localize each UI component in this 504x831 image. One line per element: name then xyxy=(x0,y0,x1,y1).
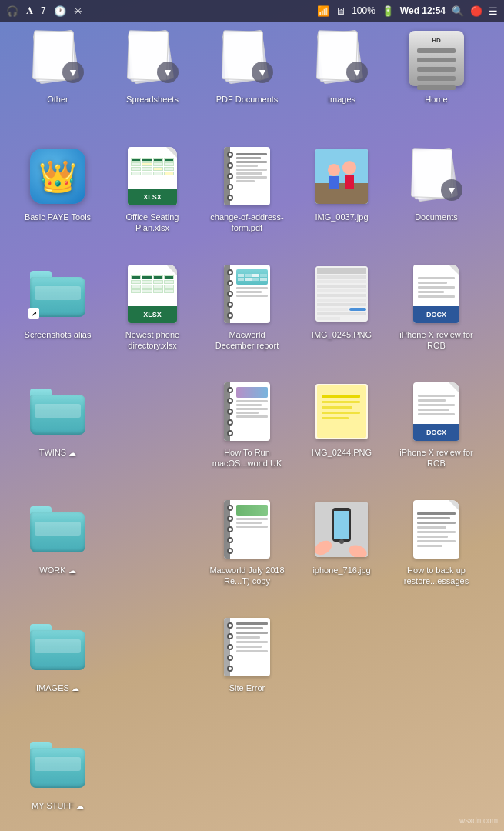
work-folder-icon xyxy=(30,506,85,552)
svg-rect-22 xyxy=(322,401,360,403)
img-0244[interactable]: IMG_0244.PNG xyxy=(299,381,384,458)
pdf-documents-folder-icon: ▼ xyxy=(219,31,275,86)
site-error-icon xyxy=(224,618,270,676)
crown-emoji: 👑 xyxy=(38,159,77,195)
my-stuff-cloud-icon: ☁ xyxy=(76,802,84,810)
spreadsheets-folder-icon: ▼ xyxy=(125,31,180,86)
svg-rect-3 xyxy=(329,176,339,189)
office-seating-plan[interactable]: XLSX Office Seating Plan.xlsx xyxy=(110,145,195,234)
pdf-documents-folder-label: PDF Documents xyxy=(216,94,279,105)
other-folder[interactable]: ▼ Other xyxy=(15,28,100,105)
iphone-716-svg xyxy=(315,502,368,557)
documents-folder[interactable]: ▼ Documents xyxy=(394,145,479,222)
how-to-back-up[interactable]: How to back up restore...essages xyxy=(394,499,479,587)
twins-folder-icon xyxy=(30,389,85,435)
change-of-address-form-icon xyxy=(224,147,270,205)
how-to-back-up-icon xyxy=(413,500,459,559)
menubar: 🎧 𝐀 7 🕐 ✳ 📶 🖥 100% 🔋 Wed 12:54 🔍 🔴 ☰ xyxy=(0,0,504,22)
twins-folder-label: TWINS ☁ xyxy=(39,447,77,458)
change-of-address-form[interactable]: change-of-address-form.pdf xyxy=(205,145,289,234)
img-0037-icon xyxy=(315,149,368,204)
svg-point-29 xyxy=(339,539,344,544)
home-drive[interactable]: HD Home xyxy=(394,28,479,105)
images-folder-desktop-label: IMAGES ☁ xyxy=(36,682,79,693)
iphone-review-1-icon: DOCX xyxy=(413,265,459,323)
img-0244-svg xyxy=(315,384,368,439)
harddrive-label: HD xyxy=(432,37,441,44)
xlsx-badge-2: XLSX xyxy=(128,306,177,323)
img-0244-icon xyxy=(315,384,368,439)
svg-rect-21 xyxy=(322,395,360,398)
harddrive-vents xyxy=(417,48,456,92)
other-folder-icon: ▼ xyxy=(30,31,85,86)
iphone-review-2-doc: DOCX xyxy=(413,382,459,441)
my-stuff-folder[interactable]: MY STUFF ☁ xyxy=(15,734,100,811)
images-teal-folder-icon xyxy=(30,624,85,670)
pdf-documents-folder[interactable]: ▼ PDF Documents xyxy=(205,28,289,105)
images-folder-label: Images xyxy=(328,94,355,105)
svg-rect-28 xyxy=(334,511,349,539)
work-folder-label: WORK ☁ xyxy=(39,565,75,576)
newest-phone-directory-icon: XLSX xyxy=(128,265,177,323)
basic-paye-tools-icon: 👑 xyxy=(30,149,85,204)
basic-paye-tools-label: Basic PAYE Tools xyxy=(25,212,91,222)
img-0244-label: IMG_0244.PNG xyxy=(312,447,372,458)
newest-phone-directory-label: Newest phone directory.xlsx xyxy=(114,329,191,352)
iphone-x-review-rob-2-label: iPhone X review for ROB xyxy=(398,447,475,469)
iphone-x-review-rob-2[interactable]: DOCX iPhone X review for ROB xyxy=(394,381,479,469)
other-folder-arrow-icon: ▼ xyxy=(68,67,78,78)
office-seating-plan-label: Office Seating Plan.xlsx xyxy=(114,212,191,234)
images-folder[interactable]: ▼ Images xyxy=(299,28,384,105)
images-cloud-icon: ☁ xyxy=(72,684,79,692)
iphone-x-review-rob-1[interactable]: DOCX iPhone X review for ROB xyxy=(394,263,479,352)
newest-phone-directory[interactable]: XLSX Newest phone directory.xlsx xyxy=(110,263,195,352)
macworld-july-label: Macworld July 2018 Re...T) copy xyxy=(209,565,285,587)
svg-rect-23 xyxy=(322,406,352,409)
search-icon[interactable]: 🔍 xyxy=(452,5,464,17)
macworld-july[interactable]: Macworld July 2018 Re...T) copy xyxy=(205,499,289,587)
alias-arrow-icon: ↗ xyxy=(28,308,39,319)
home-drive-label: Home xyxy=(425,94,447,105)
img-0037[interactable]: IMG_0037.jpg xyxy=(299,145,384,222)
svg-point-4 xyxy=(342,161,356,175)
twins-folder[interactable]: TWINS ☁ xyxy=(15,381,100,458)
iphone-x-review-rob-1-label: iPhone X review for ROB xyxy=(398,329,475,352)
macworld-dec-report-label: Macworld December report xyxy=(209,329,285,352)
work-folder[interactable]: WORK ☁ xyxy=(15,499,100,576)
site-error[interactable]: Site Error xyxy=(205,616,289,693)
img-0245[interactable]: IMG_0245.PNG xyxy=(299,263,384,340)
how-to-back-up-label: How to back up restore...essages xyxy=(398,565,475,587)
newest-phone-xlsx-icon: XLSX xyxy=(128,265,177,323)
screenshots-alias[interactable]: ↗ Screenshots alias xyxy=(15,263,100,340)
siri-icon[interactable]: 🔴 xyxy=(470,5,482,17)
svg-rect-7 xyxy=(317,268,366,274)
svg-point-2 xyxy=(328,164,340,176)
office-seating-xlsx-icon: XLSX xyxy=(128,147,177,205)
how-to-run-macos[interactable]: How To Run macOS...world UK xyxy=(205,381,289,469)
my-stuff-folder-label: MY STUFF ☁ xyxy=(32,800,84,811)
site-error-label: Site Error xyxy=(229,682,265,693)
display-icon: 🖥 xyxy=(335,5,345,17)
svg-rect-13 xyxy=(317,299,366,302)
macworld-dec-icon xyxy=(224,265,270,323)
svg-rect-1 xyxy=(315,183,368,204)
svg-rect-18 xyxy=(317,317,340,320)
images-folder-desktop[interactable]: IMAGES ☁ xyxy=(15,616,100,693)
work-cloud-icon: ☁ xyxy=(68,566,76,575)
img-0037-label: IMG_0037.jpg xyxy=(315,212,368,222)
wifi-icon: 📶 xyxy=(317,5,329,17)
menu-icon[interactable]: ☰ xyxy=(489,5,498,17)
how-to-run-macos-label: How To Run macOS...world UK xyxy=(209,447,285,469)
macworld-july-icon xyxy=(224,500,270,559)
macworld-dec-report[interactable]: Macworld December report xyxy=(205,263,289,352)
images-stack-arrow-icon: ▼ xyxy=(352,67,362,78)
docx-badge-1: DOCX xyxy=(413,306,459,323)
svg-rect-24 xyxy=(322,412,360,414)
svg-rect-8 xyxy=(317,275,366,279)
home-drive-icon: HD xyxy=(409,31,464,86)
iphone-716[interactable]: iphone_716.jpg xyxy=(299,499,384,576)
spreadsheets-folder[interactable]: ▼ Spreadsheets xyxy=(110,28,195,105)
basic-paye-tools[interactable]: 👑 Basic PAYE Tools xyxy=(15,145,100,222)
svg-rect-16 xyxy=(349,308,366,311)
spreadsheets-arrow-icon: ▼ xyxy=(162,67,173,78)
